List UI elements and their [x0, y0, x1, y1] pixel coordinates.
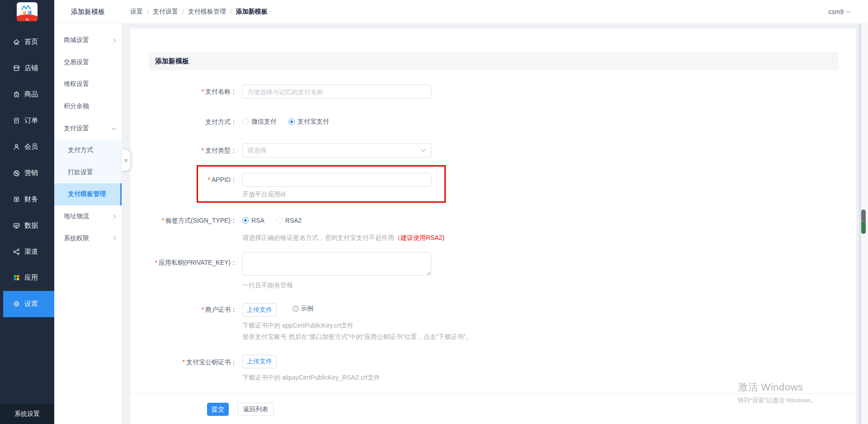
member-icon: [13, 143, 20, 151]
merchant-cert-hint-2: 登录支付宝账号 然后在“接口加密方式”中的“应用公钥证书”位置，点击“下载证书”…: [242, 333, 472, 340]
primary-nav: 首页店铺商品订单会员营销财务数据渠道应用设置: [0, 29, 54, 317]
pay-type-select[interactable]: 请选择: [242, 143, 431, 157]
breadcrumb-item[interactable]: 设置: [130, 8, 143, 16]
vertical-scrollbar-track[interactable]: [859, 24, 868, 424]
sidebar-collapse-handle[interactable]: ≡: [122, 150, 130, 171]
form-footer-divider: [130, 393, 856, 394]
form-title: 添加新模板: [155, 57, 189, 66]
private-key-textarea[interactable]: [242, 252, 431, 276]
shop-icon: [13, 64, 20, 72]
pay-method-radio-支付宝支付[interactable]: 支付宝支付: [288, 118, 329, 126]
sidebar-item-shop[interactable]: 店铺: [0, 55, 54, 81]
breadcrumb-separator: /: [182, 8, 184, 15]
chevron-right-icon: [112, 236, 116, 241]
collapse-icon: ≡: [124, 157, 128, 164]
pay-method-label: 支付方式：: [130, 114, 237, 129]
breadcrumb: 设置/支付设置/支付模板管理/添加新模板: [130, 8, 268, 16]
sign-type-radio-group: RSARSA2: [242, 213, 302, 228]
order-icon: [13, 117, 20, 124]
sidebar-item-label: 首页: [24, 38, 38, 46]
submenu-item-payout-settings[interactable]: 打款设置: [54, 162, 122, 184]
sidebar-item-apps[interactable]: 应用: [0, 265, 54, 291]
required-asterisk: *: [202, 88, 204, 95]
submenu-item-address-logistics[interactable]: 地址物流: [54, 205, 122, 228]
required-asterisk: *: [183, 358, 185, 366]
svg-text:vs: vs: [25, 18, 29, 21]
submit-button[interactable]: 提交: [207, 403, 229, 416]
sidebar-item-finance[interactable]: 财务: [0, 186, 54, 212]
submenu-item-trade-settings[interactable]: 交易设置: [54, 52, 122, 74]
radio-label: RSA2: [285, 217, 302, 224]
radio-dot-icon: [276, 217, 283, 224]
sign-type-label: *验签方式(SIGN_TYPE)：: [130, 213, 237, 228]
submenu-item-rights-settings[interactable]: 维权设置: [54, 73, 122, 95]
pay-name-input[interactable]: [242, 85, 431, 99]
marketing-icon: [13, 169, 20, 177]
pay-method-radio-微信支付[interactable]: 微信支付: [242, 118, 277, 126]
question-circle-icon: ?: [292, 305, 299, 312]
sidebar-item-label: 财务: [24, 195, 38, 204]
sidebar-item-label: 会员: [24, 143, 38, 151]
required-asterisk: *: [202, 147, 204, 154]
primary-sidebar: 城 vs 首页店铺商品订单会员营销财务数据渠道应用设置 系统设置: [0, 0, 54, 424]
appid-hint: 开放平台应用id: [242, 191, 285, 198]
radio-label: 支付宝支付: [297, 118, 329, 126]
sidebar-item-settings[interactable]: 设置: [3, 291, 54, 317]
radio-label: RSA: [251, 217, 264, 224]
submenu-item-label: 地址物流: [64, 212, 112, 220]
chevron-down-icon: [846, 9, 851, 14]
submenu-item-payment-settings[interactable]: 支付设置: [54, 117, 122, 139]
user-menu[interactable]: csm9: [829, 8, 850, 15]
form-title-band: 添加新模板: [149, 52, 838, 70]
alipay-cert-label: *支付宝公钥证书：: [130, 357, 237, 367]
sidebar-item-channel[interactable]: 渠道: [0, 238, 54, 265]
private-key-label: *应用私钥(PRIVATE_KEY)：: [130, 258, 237, 267]
submenu-item-payment-methods[interactable]: 支付方式: [54, 139, 122, 162]
svg-text:?: ?: [295, 306, 297, 311]
sidebar-item-label: 渠道: [24, 248, 38, 256]
data-icon: [13, 222, 20, 229]
home-icon: [13, 38, 20, 46]
svg-text:城: 城: [27, 10, 32, 15]
breadcrumb-item[interactable]: 支付模板管理: [188, 8, 226, 16]
app-window: 城 vs 首页店铺商品订单会员营销财务数据渠道应用设置 系统设置 添加新模板 商…: [0, 0, 868, 424]
goods-icon: [13, 91, 20, 98]
sidebar-item-orders[interactable]: 订单: [0, 108, 54, 134]
submenu-item-mall-settings[interactable]: 商城设置: [54, 29, 122, 52]
sign-type-radio-RSA2[interactable]: RSA2: [276, 217, 302, 224]
sidebar-item-members[interactable]: 会员: [0, 134, 54, 160]
sign-type-radio-RSA[interactable]: RSA: [242, 217, 264, 224]
sidebar-item-label: 数据: [24, 221, 38, 230]
chevron-down-icon: [421, 148, 426, 152]
example-label: 示例: [301, 305, 313, 313]
sidebar-item-label: 商品: [24, 90, 38, 99]
app-logo[interactable]: 城 vs: [17, 2, 38, 21]
merchant-cert-example-link[interactable]: ? 示例: [292, 305, 313, 313]
breadcrumb-item: 添加新模板: [236, 8, 268, 16]
breadcrumb-item[interactable]: 支付设置: [153, 8, 178, 16]
sidebar-item-home[interactable]: 首页: [0, 29, 54, 55]
sidebar-item-label: 店铺: [24, 64, 38, 72]
pay-name-label: *支付名称：: [130, 85, 237, 99]
system-settings-footer[interactable]: 系统设置: [0, 404, 54, 424]
back-to-list-button[interactable]: 返回列表: [237, 403, 274, 416]
submenu-item-points-balance[interactable]: 积分余额: [54, 95, 122, 118]
secondary-nav: 商城设置交易设置维权设置积分余额支付设置支付方式打款设置支付模板管理地址物流系统…: [54, 29, 122, 249]
sidebar-item-marketing[interactable]: 营销: [0, 160, 54, 186]
submenu-item-system-permissions[interactable]: 系统权限: [54, 227, 122, 249]
secondary-sidebar: 添加新模板 商城设置交易设置维权设置积分余额支付设置支付方式打款设置支付模板管理…: [54, 0, 122, 424]
private-key-hint: 一行且不能有空格: [242, 281, 293, 289]
submenu-item-payment-templates[interactable]: 支付模板管理: [54, 183, 122, 205]
submenu-item-label: 支付设置: [64, 124, 112, 133]
sidebar-item-data[interactable]: 数据: [0, 212, 54, 238]
alipay-cert-upload-button[interactable]: 上传文件: [242, 355, 277, 368]
finance-icon: [13, 195, 20, 203]
submenu-item-label: 交易设置: [64, 58, 115, 67]
vertical-scrollbar-thumb[interactable]: [861, 210, 866, 234]
submenu-item-label: 积分余额: [64, 102, 115, 110]
appid-input[interactable]: [242, 173, 431, 187]
submenu-item-label: 打款设置: [68, 168, 115, 176]
alipay-cert-hint: 下载证书中的 alipayCertPublicKey_RSA2.crt文件: [242, 374, 380, 381]
sidebar-item-goods[interactable]: 商品: [0, 81, 54, 108]
merchant-cert-upload-button[interactable]: 上传文件: [242, 303, 277, 317]
